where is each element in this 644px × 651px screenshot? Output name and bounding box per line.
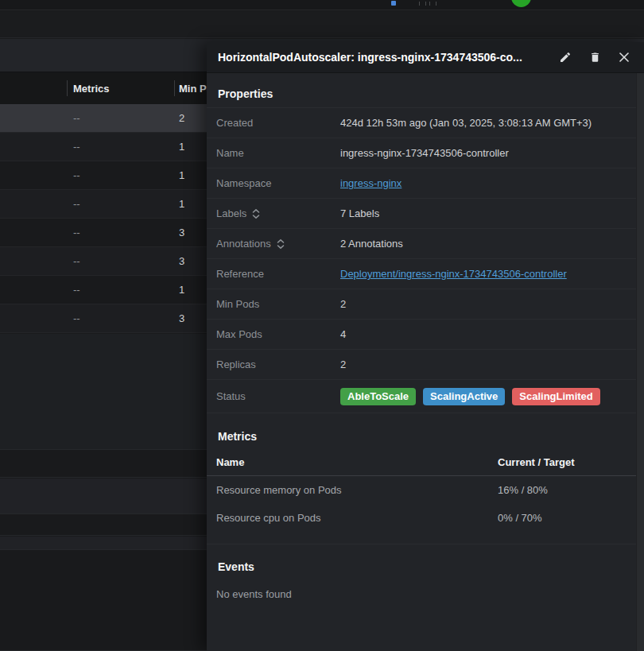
property-row: Namespace ingress-nginx — [207, 168, 644, 198]
cell-metrics: -- — [73, 169, 80, 181]
property-label: Labels — [216, 207, 246, 219]
cell-metrics: -- — [73, 227, 80, 238]
property-row: Name ingress-nginx-1734743506-controller — [207, 138, 644, 168]
cell-min-pods: 2 — [179, 112, 184, 124]
cell-metrics: -- — [73, 312, 80, 324]
cell-min-pods: 3 — [179, 255, 184, 267]
property-label: Replicas — [216, 358, 256, 370]
cell-min-pods: 1 — [179, 284, 184, 296]
property-label: Name — [216, 147, 244, 159]
delete-button[interactable] — [586, 48, 604, 67]
property-row: Min Pods 2 — [207, 289, 644, 319]
properties-heading: Properties — [207, 73, 644, 107]
property-value: 2 — [340, 298, 633, 310]
cell-metrics: -- — [73, 255, 80, 267]
property-value: AbleToScaleScalingActiveScalingLimited — [340, 388, 633, 405]
favicon — [391, 1, 396, 6]
status-badge: ScalingActive — [423, 388, 505, 405]
cell-min-pods: 1 — [179, 198, 184, 210]
cluster-nav-band — [0, 11, 644, 38]
property-value: 2 — [340, 358, 633, 370]
property-value-link[interactable]: Deployment/ingress-nginx-1734743506-cont… — [340, 268, 567, 280]
cell-min-pods: 1 — [179, 141, 184, 153]
metric-name: Resource cpu on Pods — [216, 512, 498, 524]
metrics-heading: Metrics — [207, 413, 644, 450]
column-divider — [174, 80, 175, 96]
properties-rows: Created 424d 12h 53m ago (Jan 03, 2025, … — [207, 107, 644, 413]
property-row: Max Pods 4 — [207, 319, 644, 349]
browser-tab-strip — [0, 0, 644, 10]
property-row: Replicas 2 — [207, 349, 644, 379]
property-label: Reference — [216, 268, 264, 280]
metrics-column-name: Name — [216, 456, 498, 468]
column-divider — [67, 80, 68, 96]
property-label: Created — [216, 117, 253, 129]
trash-icon — [589, 51, 601, 64]
cell-min-pods: 3 — [179, 227, 184, 238]
property-value: Deployment/ingress-nginx-1734743506-cont… — [340, 268, 633, 280]
property-value: 7 Labels — [340, 207, 633, 219]
metric-row: Resource memory on Pods 16% / 80% — [207, 476, 644, 504]
scrollbar[interactable] — [636, 73, 644, 651]
property-value: 424d 12h 53m ago (Jan 03, 2025, 3:08:13 … — [340, 117, 633, 129]
drawer-body: Properties Created 424d 12h 53m ago (Jan… — [207, 73, 644, 651]
cell-metrics: -- — [73, 284, 80, 296]
property-row: Annotations 2 Annotations — [207, 228, 644, 258]
metrics-column-current-target: Current / Target — [498, 456, 633, 468]
metrics-table-body: Resource memory on Pods 16% / 80% Resour… — [207, 476, 644, 532]
column-header-metrics[interactable]: Metrics — [73, 83, 110, 95]
property-value-link[interactable]: ingress-nginx — [340, 177, 402, 189]
drawer-title: HorizontalPodAutoscaler: ingress-nginx-1… — [218, 51, 545, 64]
close-button[interactable] — [615, 48, 633, 66]
events-empty-message: No events found — [207, 580, 644, 608]
property-label: Annotations — [216, 238, 271, 250]
property-row: Created 424d 12h 53m ago (Jan 03, 2025, … — [207, 107, 644, 138]
pencil-icon — [559, 51, 572, 64]
edit-button[interactable] — [556, 48, 575, 67]
property-label: Max Pods — [216, 328, 262, 340]
property-label: Min Pods — [216, 298, 259, 310]
hpa-details-drawer: HorizontalPodAutoscaler: ingress-nginx-1… — [207, 42, 644, 651]
unfold-more-icon[interactable] — [251, 208, 261, 219]
property-value: 2 Annotations — [340, 238, 633, 250]
property-row-status: Status AbleToScaleScalingActiveScalingLi… — [207, 379, 644, 413]
metrics-table-header: Name Current / Target — [207, 450, 644, 476]
property-row: Reference Deployment/ingress-nginx-17347… — [207, 258, 644, 289]
property-row: Labels 7 Labels — [207, 198, 644, 228]
cell-min-pods: 1 — [179, 169, 184, 181]
app-window: Metrics Min Pods -- 2 -- 1 -- 1 -- 1 -- … — [0, 0, 644, 651]
tab-text-fragment — [429, 2, 436, 6]
drawer-header: HorizontalPodAutoscaler: ingress-nginx-1… — [207, 42, 644, 73]
metric-row: Resource cpu on Pods 0% / 70% — [207, 504, 644, 532]
green-status-dot — [511, 0, 531, 7]
property-value: 4 — [340, 328, 633, 340]
cell-metrics: -- — [73, 198, 80, 210]
property-value: ingress-nginx-1734743506-controller — [340, 147, 633, 159]
property-value: ingress-nginx — [340, 177, 633, 189]
metric-current-target: 16% / 80% — [498, 484, 633, 496]
cell-metrics: -- — [73, 112, 80, 124]
cell-min-pods: 3 — [179, 312, 184, 324]
tab-text-fragment — [419, 2, 426, 6]
property-label: Namespace — [216, 177, 271, 189]
status-badge: AbleToScale — [340, 388, 416, 405]
metric-name: Resource memory on Pods — [216, 484, 498, 496]
metric-current-target: 0% / 70% — [498, 512, 633, 524]
close-icon — [619, 52, 630, 63]
status-badge: ScalingLimited — [512, 388, 599, 405]
cell-metrics: -- — [73, 141, 80, 153]
events-heading: Events — [207, 544, 644, 580]
property-label: Status — [216, 390, 246, 402]
unfold-more-icon[interactable] — [276, 238, 285, 250]
